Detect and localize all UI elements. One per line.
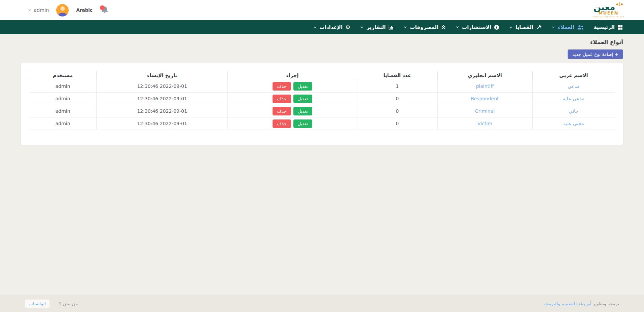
angles-up-icon — [441, 25, 446, 30]
nav-label: التقارير — [366, 24, 386, 30]
created-at-cell: 12:30:46 2022-09-01 — [97, 93, 228, 105]
language-switcher[interactable]: Arabic — [76, 7, 93, 13]
client-types-table: الاسم عربي الاسم انجليزي عدد القضايا إجر… — [29, 71, 615, 130]
created-at-cell: 12:30:46 2022-09-01 — [97, 105, 228, 117]
footer-links: من نحن ؟ الواتساب — [25, 300, 78, 308]
main-nav: الرئيسية العملاء القضايا — [0, 20, 644, 34]
bar-chart-icon — [388, 25, 394, 30]
avatar-torso — [58, 13, 67, 16]
nav-label: الاستشارات — [462, 24, 491, 30]
gear-icon: ⚙ — [345, 25, 350, 30]
header-arabic-name: الاسم عربي — [532, 71, 615, 80]
header-case-count: عدد القضايا — [357, 71, 437, 80]
page-title: أنواع العملاء — [21, 39, 623, 45]
credit-prefix: برمجة وتطوير — [593, 301, 619, 306]
nav-item-consultations[interactable]: الاستشارات — [451, 20, 504, 34]
header-english-name: الاسم انجليزي — [437, 71, 532, 80]
nav-label: الإعدادات — [320, 24, 343, 30]
user-cell: admin — [29, 105, 97, 117]
user-cell: admin — [29, 93, 97, 105]
nav-label: القضايا — [515, 24, 533, 30]
english-name-link[interactable]: Criminal — [475, 108, 495, 114]
whatsapp-link[interactable]: الواتساب — [25, 300, 49, 308]
arabic-name-link[interactable]: مدعي — [568, 83, 579, 89]
client-types-card: الاسم عربي الاسم انجليزي عدد القضايا إجر… — [21, 63, 623, 145]
english-name-link[interactable]: Victim — [477, 121, 492, 126]
gavel-icon — [536, 25, 542, 30]
chevron-down-icon — [509, 26, 512, 28]
table-header-row: الاسم عربي الاسم انجليزي عدد القضايا إجر… — [29, 71, 615, 80]
brand-latin: MUEEN — [598, 11, 618, 15]
chevron-down-icon — [404, 26, 407, 28]
nav-item-cases[interactable]: القضايا — [504, 20, 547, 34]
footer: برمجة وتطوير أبو رغد للتصميم والبرمجة من… — [0, 295, 644, 312]
user-menu-label: admin — [34, 7, 49, 13]
case-count-cell: 1 — [357, 80, 437, 93]
case-count-cell: 0 — [357, 93, 437, 105]
user-menu[interactable]: admin — [28, 7, 49, 13]
table-row: مجني عليه Victim 0 تعديل حذف 12:30:46 20… — [29, 117, 615, 130]
nav-label: العملاء — [558, 24, 574, 30]
topbar: معين MUEEN لإدارة مكاتب المحاماة والاستش… — [0, 0, 644, 20]
nav-item-home[interactable]: الرئيسية — [589, 20, 628, 34]
english-name-link[interactable]: Respondent — [471, 96, 499, 101]
info-icon — [494, 25, 499, 30]
table-row: مدعى عليه Respondent 0 تعديل حذف 12:30:4… — [29, 93, 615, 105]
edit-button[interactable]: تعديل — [293, 95, 312, 103]
notification-badge — [100, 5, 105, 10]
created-at-cell: 12:30:46 2022-09-01 — [97, 80, 228, 93]
dashboard-icon — [617, 25, 623, 30]
add-client-type-button[interactable]: + إضافة نوع عميل جديد — [568, 49, 623, 59]
english-name-link[interactable]: plaintiff — [476, 83, 494, 89]
nav-item-reports[interactable]: التقارير — [355, 20, 399, 34]
chevron-down-icon — [314, 26, 317, 28]
nav-item-clients[interactable]: العملاء — [547, 20, 588, 34]
credit-link[interactable]: أبو رغد للتصميم والبرمجة — [543, 301, 591, 306]
arabic-name-link[interactable]: مدعى عليه — [563, 96, 584, 101]
arabic-name-link[interactable]: جاني — [569, 108, 579, 114]
mueen-logo[interactable]: معين MUEEN لإدارة مكاتب المحاماة والاستش… — [593, 3, 624, 18]
edit-button[interactable]: تعديل — [293, 82, 312, 91]
created-at-cell: 12:30:46 2022-09-01 — [97, 117, 228, 130]
delete-button[interactable]: حذف — [273, 82, 291, 91]
main-content: أنواع العملاء + إضافة نوع عميل جديد الاس… — [0, 34, 644, 295]
user-cell: admin — [29, 80, 97, 93]
delete-button[interactable]: حذف — [273, 119, 291, 128]
delete-button[interactable]: حذف — [273, 107, 291, 115]
footer-credit: برمجة وتطوير أبو رغد للتصميم والبرمجة — [543, 301, 619, 306]
chevron-down-icon — [552, 26, 555, 28]
edit-button[interactable]: تعديل — [293, 107, 312, 115]
table-row: جاني Criminal 0 تعديل حذف 12:30:46 2022-… — [29, 105, 615, 117]
notifications-button[interactable] — [100, 6, 109, 14]
header-action: إجراء — [228, 71, 357, 80]
brand-tagline: لإدارة مكاتب المحاماة والاستشارات القانو… — [593, 16, 624, 18]
table-row: مدعي plaintiff 1 تعديل حذف 12:30:46 2022… — [29, 80, 615, 93]
scales-icon — [616, 2, 623, 6]
header-user: مستخدم — [29, 71, 97, 80]
avatar[interactable] — [56, 4, 69, 16]
user-cell: admin — [29, 117, 97, 130]
case-count-cell: 0 — [357, 117, 437, 130]
avatar-head — [60, 6, 65, 11]
chevron-down-icon — [456, 26, 459, 28]
users-icon — [577, 25, 584, 30]
header-created-at: تاريخ الإنشاء — [97, 71, 228, 80]
chevron-down-icon — [360, 26, 363, 28]
case-count-cell: 0 — [357, 105, 437, 117]
nav-label: الرئيسية — [594, 24, 615, 30]
delete-button[interactable]: حذف — [273, 95, 291, 103]
arabic-name-link[interactable]: مجني عليه — [563, 121, 584, 126]
edit-button[interactable]: تعديل — [293, 119, 312, 128]
about-us-link[interactable]: من نحن ؟ — [59, 301, 78, 306]
nav-item-settings[interactable]: ⚙ الإعدادات — [309, 20, 356, 34]
chevron-down-icon — [28, 9, 31, 11]
nav-item-expenses[interactable]: المصروفات — [399, 20, 451, 34]
nav-label: المصروفات — [410, 24, 438, 30]
user-cluster: Arabic admin — [28, 4, 109, 16]
